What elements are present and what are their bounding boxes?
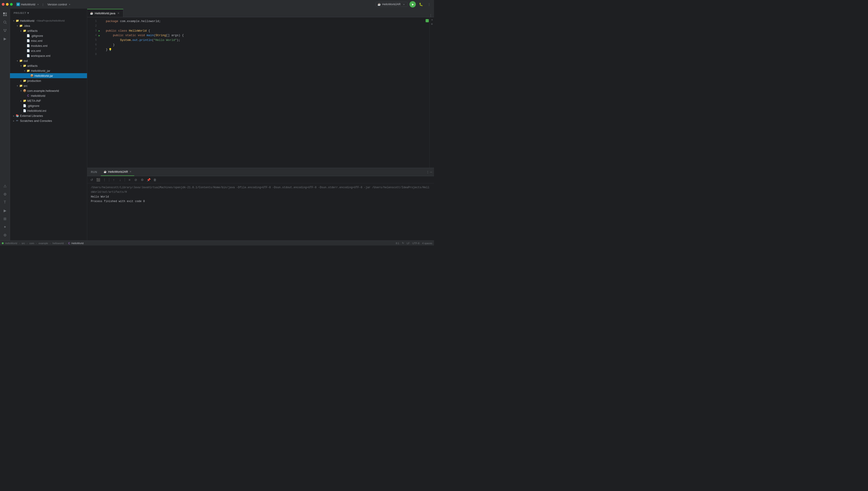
tree-item-hwjar-folder[interactable]: 📁 HelloWorld_jar <box>10 68 87 73</box>
expand-icon[interactable] <box>19 79 23 83</box>
activity-services-icon[interactable]: ⚙ <box>1 191 9 198</box>
activity-project-icon[interactable] <box>1 10 9 18</box>
expand-icon[interactable] <box>23 69 26 73</box>
indent-info[interactable]: 4 spaces <box>422 242 432 244</box>
breadcrumb-com[interactable]: com <box>30 242 34 244</box>
debug-button[interactable]: 🐛 <box>417 1 424 7</box>
expand-icon[interactable] <box>16 24 19 28</box>
tree-item-hwiiml[interactable]: 📄 HelloWorld.iml <box>10 108 87 113</box>
keyword: public <box>113 33 124 38</box>
breadcrumb-helloworld2[interactable]: helloworld <box>53 242 64 244</box>
vc-dropdown-icon[interactable] <box>68 2 71 6</box>
tree-item-helloworld[interactable]: 📁 HelloWorld ~/IdeaProjects/HelloWorld <box>10 18 87 23</box>
encoding[interactable]: UTF-8 <box>412 242 420 244</box>
tree-item-artifacts-out[interactable]: 📁 artifacts <box>10 63 87 68</box>
tree-item-gitignore2[interactable]: 📄 .gitignore <box>10 103 87 108</box>
tree-item-out[interactable]: 📁 out <box>10 58 87 63</box>
tree-item-hwjar-file[interactable]: 📦 HelloWorld.jar <box>10 73 87 78</box>
tab-close-button[interactable]: ✕ <box>117 11 120 15</box>
line-ending[interactable]: LF <box>407 242 410 244</box>
settings-button[interactable]: ⚙ <box>140 177 145 182</box>
gutter-run-4[interactable]: ▶ <box>99 33 103 38</box>
rerun-button[interactable]: ↺ <box>89 177 94 182</box>
run-config-selector[interactable]: ☕ HelloWorldJAR <box>375 2 408 7</box>
leaf-icon <box>23 94 26 97</box>
gutter-run-3[interactable]: ▶ <box>99 29 103 33</box>
bottom-settings-icon[interactable]: ⋮ <box>426 170 429 174</box>
tree-item-production[interactable]: 📁 production <box>10 78 87 83</box>
tree-item-idea[interactable]: 📁 .idea <box>10 23 87 28</box>
file-icon: 📄 <box>26 54 30 58</box>
pin-button[interactable]: 📌 <box>146 177 151 182</box>
expand-icon[interactable] <box>19 29 23 32</box>
filter-button[interactable]: ⊘ <box>133 177 138 182</box>
console-output[interactable]: /Users/helenscott/Library/Java/JavaVirtu… <box>87 183 434 240</box>
scroll-up-button[interactable]: ↑ <box>111 177 117 182</box>
activity-run-icon[interactable]: ▶ <box>1 35 9 42</box>
expand-icon[interactable] <box>12 114 16 117</box>
run-button[interactable] <box>409 1 416 7</box>
activity-problems-icon[interactable]: ⚠ <box>1 182 9 190</box>
breadcrumb-src[interactable]: src <box>22 242 25 244</box>
tree-item-external-libs[interactable]: 📚 External Libraries <box>10 113 87 118</box>
code-content[interactable]: package com.example.helloworld; public c… <box>103 17 425 168</box>
expand-icon[interactable] <box>12 119 16 122</box>
tree-item-gitignore-idea[interactable]: 📄 .gitignore <box>10 33 87 38</box>
tree-item-package[interactable]: 📦 com.example.helloworld <box>10 88 87 93</box>
tree-item-workspace[interactable]: 📄 workspace.xml <box>10 53 87 58</box>
minimize-button[interactable] <box>6 3 9 6</box>
close-button[interactable] <box>2 3 4 6</box>
wrap-button[interactable]: ≡ <box>127 177 132 182</box>
expand-icon[interactable] <box>16 84 19 88</box>
tree-item-src[interactable]: 📁 src <box>10 83 87 88</box>
lightbulb-icon[interactable]: 💡 <box>108 48 112 52</box>
expand-icon[interactable] <box>16 59 19 62</box>
status-refresh-icon[interactable]: ↻ <box>402 242 404 244</box>
breadcrumb-example[interactable]: example <box>39 242 48 244</box>
cursor-position[interactable]: 8:1 <box>396 242 399 244</box>
folder-icon: 📁 <box>23 99 26 103</box>
project-title[interactable]: IJ HelloWorld <box>17 2 40 6</box>
right-icon-1[interactable]: ≡ <box>431 19 433 21</box>
trash-button[interactable]: 🗑 <box>152 177 158 182</box>
more-actions-button[interactable]: ⋮ <box>426 1 432 7</box>
activity-git2-icon[interactable]: ⊞ <box>1 215 9 222</box>
code-line-5: System.out.println("Hello World"); <box>106 38 425 43</box>
tree-item-modules[interactable]: 📄 modules.xml <box>10 43 87 48</box>
bottom-minimize-icon[interactable]: ─ <box>430 170 432 174</box>
toolbar-more-button[interactable]: ⋮ <box>102 177 107 182</box>
activity-plugins-icon[interactable]: ✦ <box>1 223 9 231</box>
run-tab-close-button[interactable]: ✕ <box>129 170 131 173</box>
activity-settings-icon[interactable]: ⚙ <box>1 231 9 239</box>
activity-git-icon[interactable] <box>1 27 9 34</box>
stop-button[interactable]: ⬛ <box>95 177 101 182</box>
tree-item-artifacts-idea[interactable]: 📁 artifacts <box>10 28 87 33</box>
breadcrumb-helloworld[interactable]: HelloWorld <box>5 242 17 244</box>
version-control-button[interactable]: Version control <box>46 2 73 7</box>
expand-icon[interactable] <box>19 89 23 92</box>
breadcrumb-class[interactable]: C HelloWorld <box>68 242 84 244</box>
tree-label: vcs.xml <box>31 49 41 53</box>
project-dropdown-icon[interactable] <box>36 2 40 6</box>
tree-item-scratches[interactable]: ✏ Scratches and Consoles <box>10 118 87 123</box>
tree-item-helloworld-class[interactable]: C HelloWorld <box>10 93 87 98</box>
expand-icon[interactable] <box>12 19 16 23</box>
line-num-6: 6 <box>87 43 97 48</box>
run-config-dropdown-icon[interactable] <box>402 2 406 6</box>
activity-terminal-icon[interactable]: T <box>1 199 9 206</box>
sidebar-dropdown-icon[interactable]: ▾ <box>27 11 29 15</box>
activity-search-icon[interactable] <box>1 19 9 26</box>
editor-more-button[interactable]: ⋮ <box>427 13 434 17</box>
scroll-down-button[interactable]: ↓ <box>117 177 123 182</box>
tree-item-metainf[interactable]: 📁 META-INF <box>10 98 87 103</box>
ide-logo: IJ <box>17 2 20 6</box>
tree-item-misc[interactable]: 📄 misc.xml <box>10 38 87 43</box>
expand-icon[interactable] <box>19 64 23 67</box>
activity-bottomrun-icon[interactable]: ▶ <box>1 207 9 214</box>
run-tab-hwjar[interactable]: ☕ HelloWorldJAR ✕ <box>101 168 134 176</box>
tree-item-vcs[interactable]: 📄 vcs.xml <box>10 48 87 53</box>
editor-tab-helloworldjava[interactable]: ☕ HelloWorld.java ✕ <box>87 9 123 17</box>
expand-icon[interactable] <box>19 99 23 103</box>
maximize-button[interactable] <box>10 3 13 6</box>
right-icon-2[interactable]: ⚙ <box>431 23 433 25</box>
